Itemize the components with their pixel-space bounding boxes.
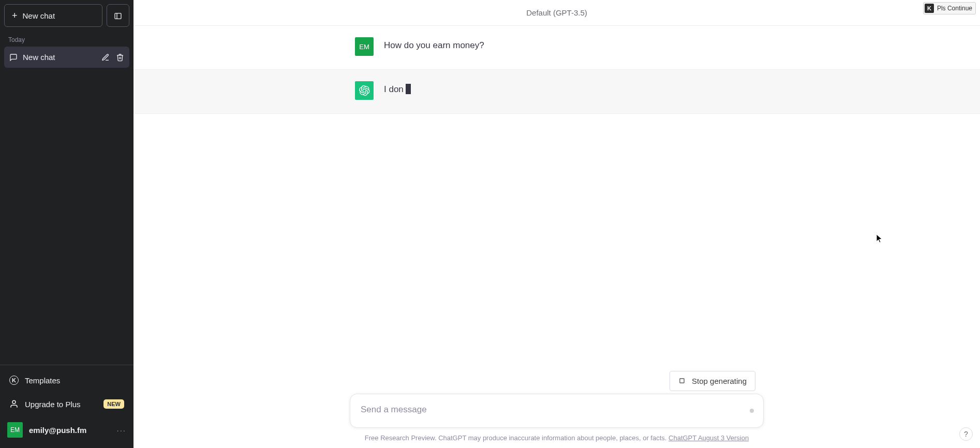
templates-label: Templates xyxy=(25,376,60,385)
new-badge: NEW xyxy=(103,399,124,409)
plus-icon: + xyxy=(12,11,18,20)
assistant-message-content: I don xyxy=(384,84,404,94)
model-label: Default (GPT-3.5) xyxy=(526,8,587,17)
user-email: emily@push.fm xyxy=(29,426,110,435)
upgrade-label: Upgrade to Plus xyxy=(25,400,97,409)
history-item-title: New chat xyxy=(23,53,96,62)
browser-extension-badge[interactable]: K Pls Continue xyxy=(923,2,976,14)
templates-icon: K xyxy=(9,376,19,385)
upgrade-button[interactable]: Upgrade to Plus NEW xyxy=(4,392,129,416)
chat-scroll-area[interactable]: EM How do you earn money? I don xyxy=(133,26,980,394)
sidebar: + New chat Today New chat xyxy=(0,0,133,448)
message-user: EM How do you earn money? xyxy=(133,26,980,70)
new-chat-label: New chat xyxy=(23,11,55,20)
templates-button[interactable]: K Templates xyxy=(4,368,129,392)
svg-point-2 xyxy=(12,400,16,404)
history-item[interactable]: New chat xyxy=(4,47,129,68)
user-menu-button[interactable]: EM emily@push.fm ··· xyxy=(4,416,129,444)
trash-icon[interactable] xyxy=(116,53,124,62)
assistant-avatar xyxy=(355,81,374,100)
stop-generating-button[interactable]: Stop generating xyxy=(670,371,755,391)
message-assistant: I don xyxy=(133,70,980,114)
streaming-cursor-icon xyxy=(406,84,411,94)
help-icon: ? xyxy=(964,430,968,438)
stop-generating-label: Stop generating xyxy=(692,377,747,385)
help-button[interactable]: ? xyxy=(959,427,973,441)
composer-area: Stop generating Free Research Preview. C… xyxy=(133,394,980,448)
main-pane: K Pls Continue Default (GPT-3.5) EM How … xyxy=(133,0,980,448)
send-indicator-icon xyxy=(750,409,754,413)
toggle-sidebar-button[interactable] xyxy=(107,4,129,27)
model-indicator: Default (GPT-3.5) xyxy=(133,0,980,26)
person-icon xyxy=(9,399,19,409)
sidebar-collapse-icon xyxy=(114,11,122,20)
svg-rect-3 xyxy=(680,378,684,382)
chat-icon xyxy=(9,53,18,62)
footer-disclaimer: Free Research Preview. ChatGPT may produ… xyxy=(133,428,980,444)
section-label-today: Today xyxy=(4,31,129,47)
stop-icon xyxy=(678,377,687,385)
edit-icon[interactable] xyxy=(101,53,110,62)
disclaimer-text: Free Research Preview. ChatGPT may produ… xyxy=(365,434,669,442)
more-icon: ··· xyxy=(116,426,126,435)
new-chat-button[interactable]: + New chat xyxy=(4,4,102,27)
version-link[interactable]: ChatGPT August 3 Version xyxy=(669,434,749,442)
user-avatar: EM xyxy=(7,422,23,438)
message-composer xyxy=(350,394,764,428)
assistant-message-text: I don xyxy=(384,81,411,100)
extension-k-icon: K xyxy=(925,4,934,13)
user-message-text: How do you earn money? xyxy=(384,37,484,56)
user-message-avatar: EM xyxy=(355,37,374,56)
extension-label: Pls Continue xyxy=(937,5,972,12)
svg-rect-0 xyxy=(115,13,121,19)
message-input[interactable] xyxy=(350,394,763,425)
